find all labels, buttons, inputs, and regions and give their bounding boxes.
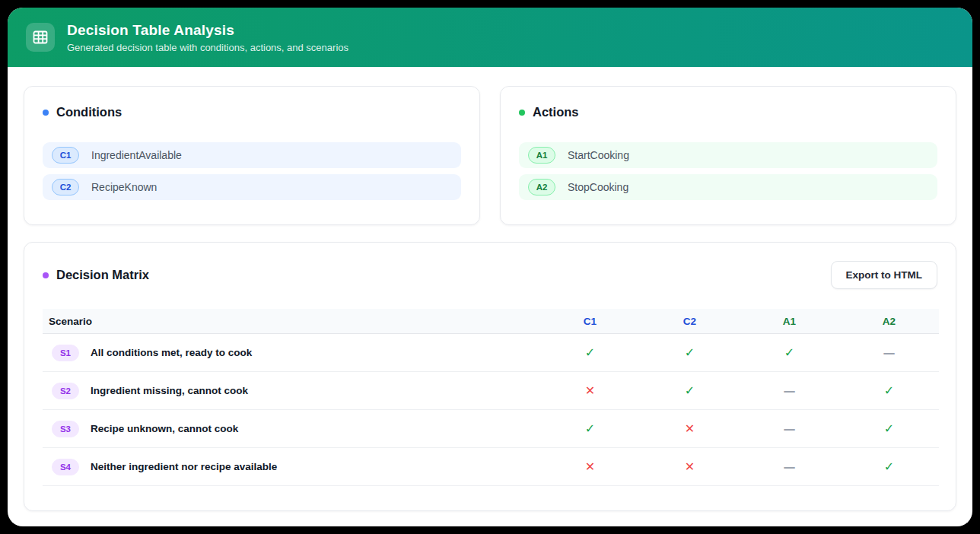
check-icon: ✓ [585,345,595,360]
action-row: A2 StopCooking [519,174,937,200]
cross-icon: ✕ [585,383,595,398]
matrix-table-body: S1All conditions met, ready to cook✓✓✓—S… [43,334,939,486]
app-header: Decision Table Analysis Generated decisi… [8,8,972,67]
condition-row: C1 IngredientAvailable [43,142,461,168]
conditions-title: Conditions [56,105,122,119]
dash-icon: — [784,383,796,398]
scenario-label: All conditions met, ready to cook [91,347,252,358]
condition-row: C2 RecipeKnown [43,174,461,200]
app-window: Decision Table Analysis Generated decisi… [8,8,972,526]
check-icon: ✓ [884,459,894,474]
check-icon: ✓ [884,383,894,398]
column-header-a1: A1 [740,316,839,327]
dash-icon: — [784,459,796,474]
scenario-label: Neither ingredient nor recipe available [91,461,277,472]
table-row: S1All conditions met, ready to cook✓✓✓— [43,334,939,372]
export-to-html-button[interactable]: Export to HTML [831,261,938,289]
table-row: S4Neither ingredient nor recipe availabl… [43,448,939,486]
action-badge: A2 [528,179,555,195]
check-icon: ✓ [685,345,695,360]
cross-icon: ✕ [685,421,695,436]
check-icon: ✓ [585,421,595,436]
page-title: Decision Table Analysis [67,22,348,39]
column-header-a2: A2 [839,316,939,327]
table-row: S2Ingredient missing, cannot cook✕✓—✓ [43,372,939,410]
actions-card: Actions A1 StartCooking A2 StopCooking [500,86,956,225]
scenario-badge: S2 [52,383,79,399]
action-label: StartCooking [568,149,629,161]
scenario-label: Ingredient missing, cannot cook [91,385,248,396]
condition-label: RecipeKnown [91,181,157,193]
scenario-label: Recipe unknown, cannot cook [91,423,238,434]
page-subtitle: Generated decision table with conditions… [67,42,348,53]
table-icon [26,23,55,52]
check-icon: ✓ [685,383,695,398]
condition-badge: C1 [52,147,79,164]
actions-title: Actions [533,105,579,119]
column-header-c2: C2 [640,316,740,327]
column-header-scenario: Scenario [43,316,540,327]
condition-label: IngredientAvailable [91,149,182,161]
dash-icon: — [883,345,896,360]
cross-icon: ✕ [585,459,595,474]
scenario-badge: S3 [52,421,79,437]
column-header-c1: C1 [540,316,640,327]
action-badge: A1 [528,147,555,164]
check-icon: ✓ [784,345,794,360]
cross-icon: ✕ [685,459,695,474]
table-row: S3Recipe unknown, cannot cook✓✕—✓ [43,410,939,448]
green-dot-icon [519,110,525,116]
content-area: Conditions C1 IngredientAvailable C2 Rec… [8,67,972,526]
purple-dot-icon [43,272,49,278]
table-header-row: Scenario C1 C2 A1 A2 [43,309,939,334]
scenario-badge: S4 [52,459,79,475]
decision-matrix-table: Scenario C1 C2 A1 A2 S1All conditions me… [43,309,939,486]
check-icon: ✓ [884,421,894,436]
decision-matrix-card: Decision Matrix Export to HTML Scenario … [24,242,956,511]
condition-badge: C2 [52,179,79,195]
scenario-badge: S1 [52,345,79,361]
dash-icon: — [784,421,796,436]
action-label: StopCooking [568,181,628,193]
decision-matrix-title: Decision Matrix [56,268,149,282]
conditions-card: Conditions C1 IngredientAvailable C2 Rec… [24,86,480,225]
blue-dot-icon [43,110,49,116]
action-row: A1 StartCooking [519,142,937,168]
